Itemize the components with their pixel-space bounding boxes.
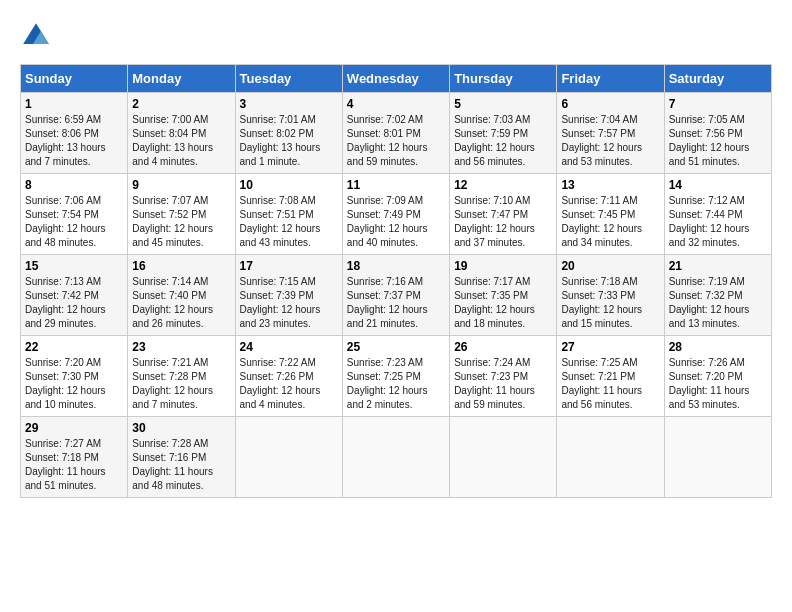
day-detail: Sunrise: 7:28 AMSunset: 7:16 PMDaylight:… — [132, 437, 230, 493]
column-header-monday: Monday — [128, 65, 235, 93]
calendar-cell: 15Sunrise: 7:13 AMSunset: 7:42 PMDayligh… — [21, 255, 128, 336]
calendar-cell: 2Sunrise: 7:00 AMSunset: 8:04 PMDaylight… — [128, 93, 235, 174]
day-detail: Sunrise: 6:59 AMSunset: 8:06 PMDaylight:… — [25, 113, 123, 169]
calendar-cell: 27Sunrise: 7:25 AMSunset: 7:21 PMDayligh… — [557, 336, 664, 417]
calendar-cell: 17Sunrise: 7:15 AMSunset: 7:39 PMDayligh… — [235, 255, 342, 336]
calendar-table: SundayMondayTuesdayWednesdayThursdayFrid… — [20, 64, 772, 498]
day-detail: Sunrise: 7:04 AMSunset: 7:57 PMDaylight:… — [561, 113, 659, 169]
calendar-cell: 13Sunrise: 7:11 AMSunset: 7:45 PMDayligh… — [557, 174, 664, 255]
day-number: 30 — [132, 421, 230, 435]
calendar-cell — [235, 417, 342, 498]
day-detail: Sunrise: 7:26 AMSunset: 7:20 PMDaylight:… — [669, 356, 767, 412]
week-row: 29Sunrise: 7:27 AMSunset: 7:18 PMDayligh… — [21, 417, 772, 498]
day-number: 25 — [347, 340, 445, 354]
calendar-cell: 23Sunrise: 7:21 AMSunset: 7:28 PMDayligh… — [128, 336, 235, 417]
day-detail: Sunrise: 7:06 AMSunset: 7:54 PMDaylight:… — [25, 194, 123, 250]
column-header-friday: Friday — [557, 65, 664, 93]
day-detail: Sunrise: 7:15 AMSunset: 7:39 PMDaylight:… — [240, 275, 338, 331]
calendar-cell: 18Sunrise: 7:16 AMSunset: 7:37 PMDayligh… — [342, 255, 449, 336]
day-number: 1 — [25, 97, 123, 111]
day-detail: Sunrise: 7:08 AMSunset: 7:51 PMDaylight:… — [240, 194, 338, 250]
calendar-cell — [557, 417, 664, 498]
day-detail: Sunrise: 7:18 AMSunset: 7:33 PMDaylight:… — [561, 275, 659, 331]
day-number: 18 — [347, 259, 445, 273]
day-detail: Sunrise: 7:27 AMSunset: 7:18 PMDaylight:… — [25, 437, 123, 493]
day-detail: Sunrise: 7:03 AMSunset: 7:59 PMDaylight:… — [454, 113, 552, 169]
logo — [20, 20, 56, 52]
day-detail: Sunrise: 7:25 AMSunset: 7:21 PMDaylight:… — [561, 356, 659, 412]
calendar-cell — [450, 417, 557, 498]
day-detail: Sunrise: 7:07 AMSunset: 7:52 PMDaylight:… — [132, 194, 230, 250]
calendar-cell — [342, 417, 449, 498]
day-detail: Sunrise: 7:19 AMSunset: 7:32 PMDaylight:… — [669, 275, 767, 331]
day-detail: Sunrise: 7:09 AMSunset: 7:49 PMDaylight:… — [347, 194, 445, 250]
day-detail: Sunrise: 7:24 AMSunset: 7:23 PMDaylight:… — [454, 356, 552, 412]
calendar-cell: 6Sunrise: 7:04 AMSunset: 7:57 PMDaylight… — [557, 93, 664, 174]
day-number: 12 — [454, 178, 552, 192]
calendar-cell: 26Sunrise: 7:24 AMSunset: 7:23 PMDayligh… — [450, 336, 557, 417]
calendar-cell: 9Sunrise: 7:07 AMSunset: 7:52 PMDaylight… — [128, 174, 235, 255]
day-number: 3 — [240, 97, 338, 111]
calendar-cell: 28Sunrise: 7:26 AMSunset: 7:20 PMDayligh… — [664, 336, 771, 417]
day-detail: Sunrise: 7:02 AMSunset: 8:01 PMDaylight:… — [347, 113, 445, 169]
calendar-cell: 3Sunrise: 7:01 AMSunset: 8:02 PMDaylight… — [235, 93, 342, 174]
day-detail: Sunrise: 7:12 AMSunset: 7:44 PMDaylight:… — [669, 194, 767, 250]
column-header-thursday: Thursday — [450, 65, 557, 93]
day-number: 17 — [240, 259, 338, 273]
calendar-cell: 25Sunrise: 7:23 AMSunset: 7:25 PMDayligh… — [342, 336, 449, 417]
day-number: 10 — [240, 178, 338, 192]
column-headers: SundayMondayTuesdayWednesdayThursdayFrid… — [21, 65, 772, 93]
column-header-saturday: Saturday — [664, 65, 771, 93]
calendar-cell: 1Sunrise: 6:59 AMSunset: 8:06 PMDaylight… — [21, 93, 128, 174]
calendar-cell — [664, 417, 771, 498]
day-number: 23 — [132, 340, 230, 354]
day-number: 2 — [132, 97, 230, 111]
column-header-wednesday: Wednesday — [342, 65, 449, 93]
day-number: 16 — [132, 259, 230, 273]
day-number: 7 — [669, 97, 767, 111]
calendar-cell: 22Sunrise: 7:20 AMSunset: 7:30 PMDayligh… — [21, 336, 128, 417]
calendar-cell: 8Sunrise: 7:06 AMSunset: 7:54 PMDaylight… — [21, 174, 128, 255]
day-number: 29 — [25, 421, 123, 435]
day-number: 21 — [669, 259, 767, 273]
day-number: 27 — [561, 340, 659, 354]
day-detail: Sunrise: 7:10 AMSunset: 7:47 PMDaylight:… — [454, 194, 552, 250]
day-detail: Sunrise: 7:23 AMSunset: 7:25 PMDaylight:… — [347, 356, 445, 412]
calendar-cell: 12Sunrise: 7:10 AMSunset: 7:47 PMDayligh… — [450, 174, 557, 255]
calendar-cell: 24Sunrise: 7:22 AMSunset: 7:26 PMDayligh… — [235, 336, 342, 417]
calendar-body: 1Sunrise: 6:59 AMSunset: 8:06 PMDaylight… — [21, 93, 772, 498]
day-detail: Sunrise: 7:22 AMSunset: 7:26 PMDaylight:… — [240, 356, 338, 412]
day-number: 20 — [561, 259, 659, 273]
week-row: 22Sunrise: 7:20 AMSunset: 7:30 PMDayligh… — [21, 336, 772, 417]
week-row: 15Sunrise: 7:13 AMSunset: 7:42 PMDayligh… — [21, 255, 772, 336]
day-number: 5 — [454, 97, 552, 111]
day-number: 28 — [669, 340, 767, 354]
day-number: 15 — [25, 259, 123, 273]
day-detail: Sunrise: 7:05 AMSunset: 7:56 PMDaylight:… — [669, 113, 767, 169]
page-header — [20, 20, 772, 52]
calendar-cell: 16Sunrise: 7:14 AMSunset: 7:40 PMDayligh… — [128, 255, 235, 336]
day-number: 8 — [25, 178, 123, 192]
day-number: 14 — [669, 178, 767, 192]
day-detail: Sunrise: 7:11 AMSunset: 7:45 PMDaylight:… — [561, 194, 659, 250]
calendar-cell: 14Sunrise: 7:12 AMSunset: 7:44 PMDayligh… — [664, 174, 771, 255]
logo-icon — [20, 20, 52, 52]
calendar-cell: 21Sunrise: 7:19 AMSunset: 7:32 PMDayligh… — [664, 255, 771, 336]
day-detail: Sunrise: 7:13 AMSunset: 7:42 PMDaylight:… — [25, 275, 123, 331]
day-detail: Sunrise: 7:21 AMSunset: 7:28 PMDaylight:… — [132, 356, 230, 412]
day-number: 24 — [240, 340, 338, 354]
calendar-cell: 30Sunrise: 7:28 AMSunset: 7:16 PMDayligh… — [128, 417, 235, 498]
day-detail: Sunrise: 7:00 AMSunset: 8:04 PMDaylight:… — [132, 113, 230, 169]
day-number: 11 — [347, 178, 445, 192]
calendar-cell: 4Sunrise: 7:02 AMSunset: 8:01 PMDaylight… — [342, 93, 449, 174]
day-number: 22 — [25, 340, 123, 354]
day-detail: Sunrise: 7:16 AMSunset: 7:37 PMDaylight:… — [347, 275, 445, 331]
week-row: 8Sunrise: 7:06 AMSunset: 7:54 PMDaylight… — [21, 174, 772, 255]
calendar-cell: 11Sunrise: 7:09 AMSunset: 7:49 PMDayligh… — [342, 174, 449, 255]
column-header-sunday: Sunday — [21, 65, 128, 93]
day-detail: Sunrise: 7:20 AMSunset: 7:30 PMDaylight:… — [25, 356, 123, 412]
day-detail: Sunrise: 7:14 AMSunset: 7:40 PMDaylight:… — [132, 275, 230, 331]
calendar-cell: 29Sunrise: 7:27 AMSunset: 7:18 PMDayligh… — [21, 417, 128, 498]
calendar-cell: 19Sunrise: 7:17 AMSunset: 7:35 PMDayligh… — [450, 255, 557, 336]
day-number: 9 — [132, 178, 230, 192]
